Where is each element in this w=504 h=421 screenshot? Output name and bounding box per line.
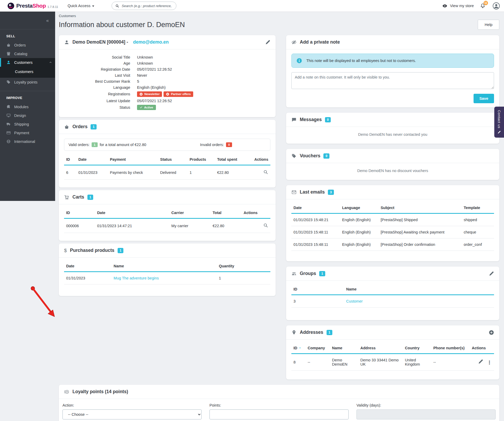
edit-customer-button[interactable]: [265, 40, 270, 45]
info-alert-text: This note will be displayed to all emplo…: [306, 59, 416, 63]
info-icon: [296, 58, 302, 64]
groups-icon: [291, 271, 297, 276]
view-cart-button[interactable]: [263, 223, 268, 228]
last-emails-card: Last emails 3 Date Language Subject Temp…: [286, 185, 499, 261]
customer-field-row: Best Customer Rank 5: [64, 78, 270, 84]
field-value: Unknown: [137, 61, 153, 65]
cart-row[interactable]: 000006 01/31/2023 14:47:21 My carrier €2…: [64, 219, 270, 233]
sidebar-subitem-customers[interactable]: Customers: [0, 67, 55, 78]
plus-circle-icon: [489, 330, 494, 335]
person-icon: [64, 40, 69, 45]
card-title: Add a private note: [300, 39, 340, 45]
cell: 01/31/2023 15:48:21: [291, 214, 340, 226]
caret-down-icon: [92, 6, 94, 7]
points-input[interactable]: [209, 409, 349, 419]
sidebar-item-customers[interactable]: Customers: [0, 58, 55, 67]
voucher-tag-icon: [291, 153, 297, 159]
search-bar[interactable]: [112, 2, 176, 10]
design-monitor-icon: [6, 113, 11, 118]
valid-orders-badge: 1: [92, 142, 97, 147]
cell-phone: --: [431, 354, 470, 371]
validity-label: Validity (days):: [356, 403, 496, 407]
dollar-icon: $: [64, 248, 67, 253]
prestashop-logo[interactable]: PrestaShop: [7, 2, 46, 9]
add-address-button[interactable]: [489, 330, 494, 335]
cell: 01/31/2023 15:48:11: [291, 238, 340, 251]
email-row: 01/31/2023 15:48:11 English (English) [P…: [291, 238, 494, 251]
sidebar-item-label: Payment: [14, 131, 29, 135]
group-link[interactable]: Customer: [346, 299, 363, 303]
card-title: Loyalty points (14 points): [72, 389, 128, 394]
purchased-products-table: Date Name Quantity 01/31/2023 Mug The ad…: [64, 261, 270, 284]
customer-email-link[interactable]: demo@demo.en: [133, 39, 169, 45]
private-note-textarea[interactable]: [291, 72, 494, 89]
cell-name: Demo DemoEN: [330, 354, 358, 371]
sidebar-item-loyalty-points[interactable]: Loyalty points: [0, 78, 55, 86]
message-icon: [291, 117, 297, 122]
sidebar-item-design[interactable]: Design: [0, 111, 55, 120]
cell-country: United Kingdom: [403, 354, 431, 371]
cell-id: 8: [291, 354, 306, 371]
card-title: Addresses: [300, 330, 323, 335]
save-note-button[interactable]: Save: [474, 94, 494, 103]
messages-card: Messages 0 Demo DemoEN has never contact…: [286, 113, 499, 144]
edit-address-button[interactable]: [478, 359, 483, 364]
notification-badge: 11: [484, 1, 488, 5]
table-header-row: Date Language Subject Template: [291, 202, 494, 214]
valid-orders-amount: for a total amount of €22.80: [100, 143, 146, 147]
sidebar-item-label: Design: [14, 113, 26, 118]
field-label: Best Customer Rank: [64, 79, 130, 84]
cell: English (English): [340, 226, 379, 238]
partner-offers-badge[interactable]: Partner offers: [164, 91, 193, 97]
email-row: 01/31/2023 15:48:11 English (English) [P…: [291, 226, 494, 238]
table-header-row: ID Date Carrier Total Actions: [64, 207, 270, 219]
cart-icon: [64, 195, 69, 200]
card-title: Groups: [300, 271, 316, 276]
international-globe-icon: [6, 139, 11, 144]
sidebar-item-payment[interactable]: Payment: [0, 128, 55, 137]
order-row[interactable]: 6 01/31/2023 Payments by check Delivered…: [64, 165, 270, 180]
sidebar-item-shipping[interactable]: Shipping: [0, 120, 55, 128]
sidebar-item-catalog[interactable]: Catalog: [0, 49, 55, 58]
cell-date: 01/31/2023: [76, 165, 108, 180]
quick-access-menu[interactable]: Quick Access: [67, 4, 94, 8]
groups-card: Groups 1 ID Name: [286, 267, 499, 320]
sidebar-item-modules[interactable]: Modules: [0, 102, 55, 111]
product-link[interactable]: Mug The adventure begins: [114, 276, 159, 280]
sidebar-collapse-button[interactable]: «: [46, 18, 49, 23]
notifications-button[interactable]: 11: [480, 3, 485, 8]
carts-count-badge: 1: [87, 195, 93, 200]
cell-address: Demo 33 33441 Demo UK: [358, 354, 403, 371]
view-order-button[interactable]: [263, 169, 268, 175]
customers-person-icon: [6, 60, 11, 65]
sidebar-item-international[interactable]: International: [0, 137, 55, 146]
vouchers-card: Vouchers 0 Demo DemoEN has no discount v…: [286, 149, 499, 180]
field-value: 05/07/2021 12:26:52: [137, 67, 172, 71]
user-avatar[interactable]: [493, 2, 500, 9]
sidebar-item-orders[interactable]: Orders: [0, 41, 55, 49]
customer-info-card: Demo DemoEN [000004] - demo@demo.en Soci…: [59, 35, 276, 117]
orders-summary-box: Valid orders: 1 for a total amount of €2…: [64, 139, 270, 151]
pencil-icon: [489, 271, 494, 276]
edit-groups-button[interactable]: [489, 271, 494, 276]
action-select[interactable]: -- Choose --: [62, 409, 202, 419]
breadcrumb[interactable]: Customers: [59, 14, 499, 18]
cell-products: 1: [187, 165, 215, 180]
carts-card: Carts 1 ID Date Carrier Total Actions: [59, 190, 276, 241]
carts-table: ID Date Carrier Total Actions 000006 01/…: [64, 207, 270, 233]
field-label: Status: [64, 105, 130, 110]
cell: [PrestaShop] Order confirmation: [379, 238, 462, 251]
address-more-actions-button[interactable]: [487, 360, 492, 365]
newsletter-badge[interactable]: Newsletter: [137, 91, 162, 97]
magnifier-icon: [263, 169, 268, 175]
contact-us-tab[interactable]: Contact us: [494, 107, 504, 138]
customer-field-row: Social Title Unknown: [64, 54, 270, 60]
loyalty-circle-plus-icon: [64, 389, 69, 394]
sortable-id-header[interactable]: ID: [291, 343, 306, 354]
help-button[interactable]: Help: [478, 20, 499, 30]
messages-empty-text: Demo DemoEN has never contacted you: [286, 127, 499, 144]
view-my-store-link[interactable]: View my store: [442, 3, 474, 9]
search-input[interactable]: [122, 4, 173, 8]
addresses-count-badge: 1: [327, 330, 333, 335]
field-label: Registrations: [64, 92, 130, 96]
